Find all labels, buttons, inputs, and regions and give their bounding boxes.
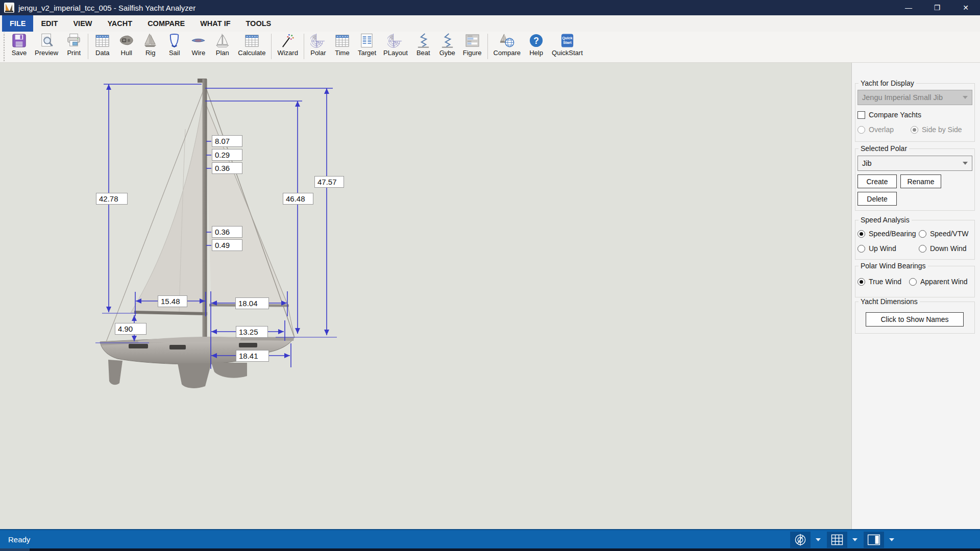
preview-button[interactable]: Preview xyxy=(31,32,62,57)
polar-wind-bearings-group: Polar Wind Bearings True Wind Apparent W… xyxy=(855,266,975,297)
polar-chart-icon xyxy=(310,33,327,48)
group-title: Yacht Dimensions xyxy=(859,297,920,306)
dimension-label: 47.57 xyxy=(314,176,344,188)
data-button[interactable]: Data xyxy=(90,32,114,57)
menu-item-view[interactable]: VIEW xyxy=(65,15,100,32)
window-title: jengu_v2_imperial_tcc_005 - Sailfish Yac… xyxy=(18,4,195,12)
delete-button[interactable]: Delete xyxy=(857,192,897,206)
toolbar-button-label: Save xyxy=(12,49,27,57)
apparent-wind-radio[interactable]: Apparent Wind xyxy=(909,278,968,286)
target-list-icon xyxy=(358,33,375,48)
yacht-for-display-group: Yacht for Display Jengu Imperial Small J… xyxy=(855,83,975,142)
bottom-edge xyxy=(0,548,980,551)
data-table-icon xyxy=(94,33,111,48)
toolbar-button-label: Help xyxy=(529,49,543,57)
radio-icon xyxy=(919,230,926,238)
wire-button[interactable]: Wire xyxy=(186,32,210,57)
rename-button[interactable]: Rename xyxy=(900,174,941,188)
wizard-button[interactable]: Wizard xyxy=(274,32,301,57)
yacht-drawing-canvas[interactable]: 8.07 0.29 0.36 47.57 42.78 46.48 0.36 0.… xyxy=(0,63,851,529)
group-title: Selected Polar xyxy=(859,144,909,153)
grid-view-icon xyxy=(830,533,844,547)
toolbar-button-label: PLayout xyxy=(383,49,408,57)
show-names-button[interactable]: Click to Show Names xyxy=(866,312,964,327)
speed-bearing-radio[interactable]: Speed/Bearing xyxy=(857,230,916,238)
menu-item-compare[interactable]: COMPARE xyxy=(140,15,192,32)
toolbar-grip[interactable] xyxy=(2,33,6,61)
status-text: Ready xyxy=(8,535,30,544)
plan-button[interactable]: Plan xyxy=(210,32,234,57)
toolbar-button-label: Figure xyxy=(463,49,482,57)
toolbar: Save Preview Print Data Hull xyxy=(0,32,980,63)
selected-polar-dropdown[interactable]: Jib xyxy=(857,156,972,171)
checkbox-icon xyxy=(857,111,865,119)
down-wind-radio[interactable]: Down Wind xyxy=(919,244,967,253)
yacht-display-dropdown[interactable]: Jengu Imperial Small Jib xyxy=(857,90,972,105)
save-button[interactable]: Save xyxy=(7,32,31,57)
compare-yachts-checkbox[interactable]: Compare Yachts xyxy=(857,111,921,119)
up-wind-radio[interactable]: Up Wind xyxy=(857,244,896,253)
help-icon: ? xyxy=(528,33,545,48)
dimension-label: 13.25 xyxy=(236,326,268,338)
toolbar-button-label: Calculate xyxy=(238,49,265,57)
close-button[interactable]: ✕ xyxy=(951,0,980,15)
hull-button[interactable]: Hull xyxy=(114,32,138,57)
speed-analysis-group: Speed Analysis Speed/Bearing Speed/VTW U… xyxy=(855,220,975,260)
speed-vtw-radio[interactable]: Speed/VTW xyxy=(919,230,968,238)
boom xyxy=(134,312,207,314)
app-logo-icon xyxy=(4,3,14,13)
time-button[interactable]: Time xyxy=(330,32,354,57)
create-button[interactable]: Create xyxy=(857,174,897,188)
toolbar-separator xyxy=(487,34,488,59)
playout-button[interactable]: PLayout xyxy=(380,32,411,57)
menu-item-tools[interactable]: TOOLS xyxy=(238,15,279,32)
dimension-label: 15.48 xyxy=(158,295,187,307)
split-view-button[interactable] xyxy=(864,532,884,548)
hull-icon xyxy=(118,33,135,48)
menu-item-file[interactable]: FILE xyxy=(2,15,33,32)
toolbar-button-label: Sail xyxy=(169,49,180,57)
calculate-button[interactable]: Calculate xyxy=(234,32,269,57)
compare-button[interactable]: Compare xyxy=(490,32,524,57)
help-button[interactable]: ? Help xyxy=(524,32,548,57)
quickstart-button[interactable]: Quick Start QuickStart xyxy=(548,32,586,57)
target-button[interactable]: Target xyxy=(354,32,380,57)
print-button[interactable]: Print xyxy=(62,32,86,57)
polar-view-dropdown-arrow[interactable] xyxy=(816,538,821,541)
dimension-label: 42.78 xyxy=(96,193,128,205)
restore-icon: ❐ xyxy=(934,4,941,12)
menu-item-yacht[interactable]: YACHT xyxy=(100,15,140,32)
radio-icon xyxy=(857,245,865,253)
toolbar-button-label: Hull xyxy=(121,49,132,57)
menu-item-edit[interactable]: EDIT xyxy=(33,15,65,32)
rig-button[interactable]: Rig xyxy=(138,32,162,57)
toolbar-button-label: Polar xyxy=(310,49,326,57)
polar-button[interactable]: Polar xyxy=(306,32,330,57)
overlap-radio: Overlap xyxy=(857,126,894,134)
toolbar-button-label: Preview xyxy=(35,49,58,57)
options-panel: Yacht for Display Jengu Imperial Small J… xyxy=(851,63,980,529)
svg-text:Quick: Quick xyxy=(562,36,573,40)
toolbar-button-label: Compare xyxy=(494,49,521,57)
grid-view-dropdown-arrow[interactable] xyxy=(852,538,857,541)
split-view-dropdown-arrow[interactable] xyxy=(889,538,894,541)
sail-button[interactable]: Sail xyxy=(162,32,186,57)
toolbar-button-label: Wizard xyxy=(277,49,298,57)
beat-button[interactable]: Beat xyxy=(411,32,435,57)
group-title: Polar Wind Bearings xyxy=(859,262,928,270)
rudder xyxy=(108,360,122,385)
wire-icon xyxy=(190,33,207,48)
grid-view-button[interactable] xyxy=(827,532,847,548)
gybe-button[interactable]: Gybe xyxy=(435,32,459,57)
radio-icon xyxy=(857,126,865,134)
polar-view-button[interactable] xyxy=(790,532,811,548)
dimension-label: 18.04 xyxy=(235,297,269,309)
true-wind-radio[interactable]: True Wind xyxy=(857,278,901,286)
dimension-label: 0.36 xyxy=(212,162,242,174)
menu-item-what-if[interactable]: WHAT IF xyxy=(192,15,238,32)
figure-button[interactable]: Figure xyxy=(459,32,485,57)
minimize-button[interactable]: — xyxy=(894,0,923,15)
maximize-restore-button[interactable]: ❐ xyxy=(923,0,951,15)
toolbar-button-label: QuickStart xyxy=(552,49,583,57)
toolbar-button-label: Plan xyxy=(216,49,229,57)
